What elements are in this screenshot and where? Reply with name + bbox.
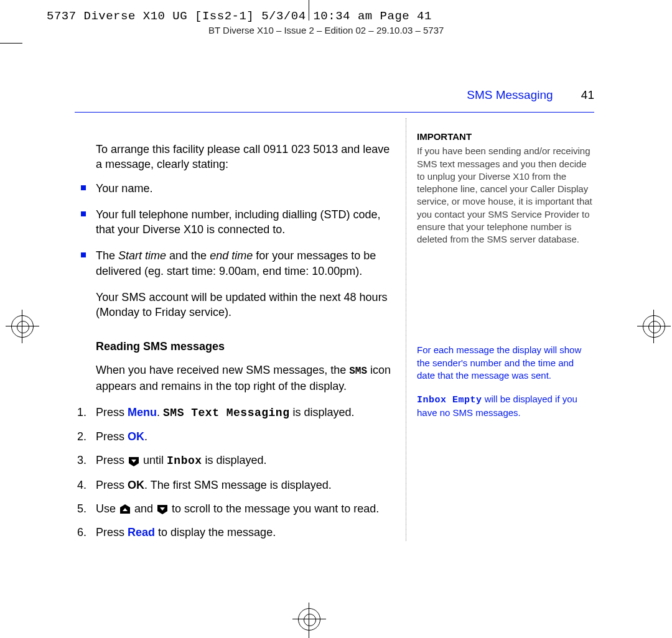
square-bullet-icon [81, 252, 86, 257]
bullet-list: Your name. Your full telephone number, i… [75, 181, 398, 279]
square-bullet-icon [81, 185, 86, 190]
list-item: Your name. [75, 181, 398, 196]
softkey-menu: Menu [128, 406, 157, 418]
down-arrow-icon [128, 456, 140, 467]
list-item-text: Your name. [96, 182, 152, 195]
step-item: Press until Inbox is displayed. [75, 453, 398, 468]
document-page: 5737 Diverse X10 UG [Iss2-1] 5/3/04 10:3… [0, 0, 672, 638]
registration-mark-icon [298, 608, 320, 631]
lcd-text: SMS Text Messaging [163, 407, 289, 419]
up-arrow-icon [119, 504, 131, 515]
softkey-ok: OK [128, 430, 144, 443]
document-id-line: BT Diverse X10 – Issue 2 – Edition 02 – … [208, 25, 444, 35]
softkey-read: Read [128, 526, 155, 539]
step-item: Press Read to display the message. [75, 525, 398, 540]
list-item-text: Your full telephone number, including di… [96, 208, 381, 236]
print-slug: 5737 Diverse X10 UG [Iss2-1] 5/3/04 10:3… [47, 9, 432, 23]
body-paragraph: When you have received new SMS messages,… [96, 363, 398, 394]
subheading: Reading SMS messages [96, 339, 398, 354]
lcd-text: Inbox [167, 455, 202, 467]
list-item: Your full telephone number, including di… [75, 207, 398, 238]
sidebar-note: Inbox Empty will be displayed if you hav… [417, 393, 594, 420]
step-item: Press OK. [75, 429, 398, 444]
intro-paragraph: To arrange this facility please call 091… [96, 142, 398, 172]
step-item: Press OK. The first SMS message is displ… [75, 478, 398, 492]
head-rule [75, 112, 594, 113]
step-item: Use and to scroll to the message you wan… [75, 501, 398, 516]
sidebar-column: IMPORTANT If you have been sending and/o… [417, 131, 594, 431]
square-bullet-icon [81, 211, 86, 216]
step-item: Press Menu. SMS Text Messaging is displa… [75, 405, 398, 420]
lcd-text: Inbox Empty [417, 395, 482, 405]
list-item-text: The Start time and the end time for your… [96, 249, 376, 277]
sidebar-note: For each message the display will show t… [417, 344, 594, 382]
sms-icon: SMS [349, 366, 367, 377]
down-arrow-icon [156, 504, 169, 515]
section-title: SMS Messaging [467, 88, 553, 101]
steps-list: Press Menu. SMS Text Messaging is displa… [75, 405, 398, 540]
running-head: SMS Messaging 41 [467, 88, 594, 102]
important-body: If you have been sending and/or receivin… [417, 145, 594, 246]
crop-mark [0, 43, 22, 44]
registration-mark-icon [11, 315, 34, 338]
main-column: To arrange this facility please call 091… [75, 131, 398, 549]
registration-mark-icon [643, 315, 665, 338]
page-number: 41 [581, 88, 594, 101]
softkey-ok: OK [128, 479, 144, 491]
list-item: The Start time and the end time for your… [75, 248, 398, 279]
important-heading: IMPORTANT [417, 131, 594, 143]
body-paragraph: Your SMS account will be updated within … [96, 290, 398, 320]
column-divider [406, 118, 406, 541]
